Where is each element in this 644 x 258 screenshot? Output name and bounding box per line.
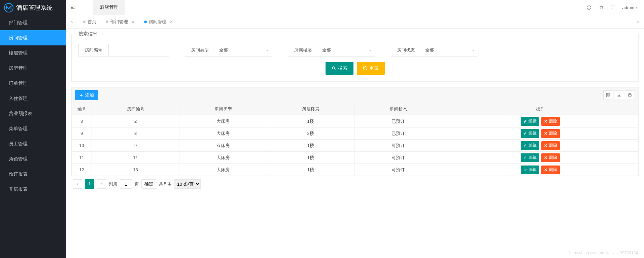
field-floor: 所属楼层 全部 ▾ — [288, 44, 375, 57]
room-no-input[interactable] — [109, 44, 163, 56]
cell-actions: 编辑✕删除 — [442, 115, 639, 127]
search-button-label: 搜索 — [338, 65, 347, 71]
per-page-select[interactable]: 10 条/页 — [174, 179, 201, 189]
tab-label: 首页 — [88, 19, 96, 25]
edit-button[interactable]: 编辑 — [521, 141, 539, 150]
logo-icon — [4, 3, 13, 12]
refresh-icon[interactable] — [586, 4, 592, 10]
toolbar-right — [603, 90, 635, 100]
sidebar-item[interactable]: 房间管理 — [0, 30, 66, 45]
edit-button[interactable]: 编辑 — [521, 129, 539, 138]
export-icon[interactable] — [614, 90, 624, 100]
goto-prefix: 到第 — [109, 181, 117, 187]
close-icon[interactable]: ✕ — [131, 20, 135, 24]
chevron-down-icon: ▾ — [266, 48, 268, 52]
sidebar-item[interactable]: 楼层管理 — [0, 45, 66, 61]
nav: 部门管理房间管理楼层管理房型管理订单管理入住管理营业额报表菜单管理员工管理角色管… — [0, 15, 66, 258]
cell-id: 12 — [72, 164, 92, 176]
cell-actions: 编辑✕删除 — [442, 164, 639, 176]
status-value: 全部 — [425, 47, 434, 53]
reset-button[interactable]: 重置 — [357, 62, 385, 75]
delete-button[interactable]: ✕删除 — [541, 165, 560, 174]
tab-item[interactable]: 部门管理✕ — [101, 15, 139, 29]
status-select[interactable]: 全部 ▾ — [421, 47, 478, 53]
close-icon[interactable]: ✕ — [170, 20, 173, 24]
column-header: 房间编号 — [92, 103, 179, 115]
svg-rect-2 — [609, 94, 610, 95]
chevron-down-icon: ▾ — [472, 48, 474, 52]
delete-button[interactable]: ✕删除 — [541, 117, 560, 126]
sidebar-item[interactable]: 部门管理 — [0, 15, 66, 30]
floor-select[interactable]: 全部 ▾ — [318, 47, 375, 53]
sidebar-item[interactable]: 角色管理 — [0, 151, 66, 167]
sidebar-item[interactable]: 营业额报表 — [0, 106, 66, 121]
sidebar-item[interactable]: 房型管理 — [0, 61, 66, 76]
reset-button-label: 重置 — [369, 65, 379, 71]
cell-floor: 1楼 — [267, 140, 354, 152]
search-button[interactable]: 搜索 — [326, 62, 353, 75]
tab-item[interactable]: 房间管理✕ — [139, 15, 178, 29]
floor-value: 全部 — [322, 47, 331, 53]
cell-id: 11 — [72, 152, 92, 164]
goto-page-input[interactable] — [120, 179, 132, 189]
edit-button[interactable]: 编辑 — [521, 153, 539, 162]
cell-type: 大床房 — [179, 115, 267, 127]
sidebar-item[interactable]: 预订报表 — [0, 167, 66, 182]
cell-type: 双床房 — [179, 140, 267, 152]
cell-floor: 1楼 — [267, 115, 354, 127]
fullscreen-icon[interactable] — [610, 4, 616, 10]
delete-button[interactable]: ✕删除 — [541, 129, 560, 138]
sidebar-item[interactable]: 员工管理 — [0, 136, 66, 151]
column-header: 所属楼层 — [267, 103, 354, 115]
delete-button[interactable]: ✕删除 — [541, 153, 560, 162]
svg-rect-5 — [629, 95, 631, 96]
cell-id: 10 — [72, 140, 92, 152]
tab-dot-icon — [144, 21, 147, 23]
topbar: 酒店管理 admin ▾ — [66, 0, 644, 15]
plus-icon: ＋ — [79, 92, 83, 98]
room-type-select[interactable]: 全部 ▾ — [215, 47, 272, 53]
cell-status: 已预订 — [354, 115, 442, 127]
sidebar: 酒店管理系统 部门管理房间管理楼层管理房型管理订单管理入住管理营业额报表菜单管理… — [0, 0, 66, 258]
delete-button[interactable]: ✕删除 — [541, 141, 560, 150]
delete-icon[interactable] — [598, 4, 604, 10]
user-menu[interactable]: admin ▾ — [622, 5, 637, 10]
content: 搜索信息 房间编号 房间类型 全部 ▾ 所属楼层 — [66, 29, 644, 258]
page-1-button[interactable]: 1 — [85, 179, 94, 189]
sidebar-item[interactable]: 订单管理 — [0, 76, 66, 91]
top-tab[interactable]: 酒店管理 — [93, 0, 125, 15]
add-button[interactable]: ＋ 添加 — [75, 90, 98, 100]
page-next-button[interactable] — [97, 179, 106, 189]
tab-label: 部门管理 — [110, 19, 128, 25]
svg-rect-3 — [607, 96, 608, 97]
field-room-no: 房间编号 — [78, 44, 169, 57]
collapse-sidebar-button[interactable] — [66, 0, 79, 15]
column-header: 编号 — [72, 103, 92, 115]
cell-roomNo: 3 — [92, 127, 179, 140]
table-toolbar: ＋ 添加 — [71, 87, 639, 103]
sidebar-item[interactable]: 菜单管理 — [0, 121, 66, 136]
total-label: 共 5 条 — [159, 181, 171, 187]
tabs-next-button[interactable] — [632, 15, 644, 29]
data-table: 编号房间编号房间类型所属楼层房间状态操作 82大床房1楼已预订编辑✕删除93大床… — [71, 103, 639, 176]
print-icon[interactable] — [625, 90, 635, 100]
field-label-floor: 所属楼层 — [288, 44, 318, 56]
search-row: 房间编号 房间类型 全部 ▾ 所属楼层 全部 ▾ — [78, 44, 632, 57]
edit-button[interactable]: 编辑 — [521, 165, 539, 174]
goto-confirm-button[interactable]: 确定 — [141, 179, 156, 189]
tab-item[interactable]: 首页 — [78, 15, 101, 29]
tab-dot-icon — [106, 21, 108, 23]
columns-icon[interactable] — [603, 90, 613, 100]
edit-button[interactable]: 编辑 — [521, 117, 539, 126]
table-row: 93大床房2楼已预订编辑✕删除 — [72, 127, 639, 140]
cell-actions: 编辑✕删除 — [442, 140, 639, 152]
page-prev-button[interactable] — [73, 179, 82, 189]
sidebar-item[interactable]: 开房报表 — [0, 182, 66, 197]
column-header: 房间状态 — [354, 103, 442, 115]
cell-type: 大床房 — [179, 164, 267, 176]
tabs-prev-button[interactable] — [66, 15, 78, 29]
table-row: 82大床房1楼已预订编辑✕删除 — [72, 115, 639, 127]
cell-roomNo: 2 — [92, 115, 179, 127]
cell-status: 可预订 — [354, 152, 442, 164]
sidebar-item[interactable]: 入住管理 — [0, 91, 66, 106]
